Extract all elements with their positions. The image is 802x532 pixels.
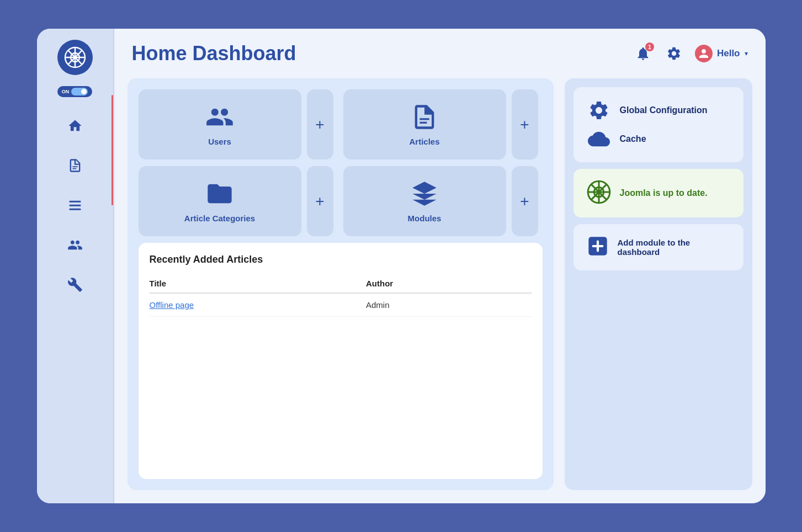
svg-rect-6 <box>72 166 77 167</box>
header: Home Dashboard 1 <box>114 29 766 74</box>
articles-quick-icon[interactable]: Articles <box>343 89 506 159</box>
page-title: Home Dashboard <box>132 42 296 65</box>
joomla-status-label: Joomla is up to date. <box>620 188 708 198</box>
svg-rect-11 <box>419 118 429 120</box>
add-modules-button[interactable]: + <box>512 166 538 236</box>
notification-button[interactable]: 1 <box>633 44 653 63</box>
header-actions: 1 Hello ▾ <box>633 44 748 63</box>
table-row: Offline page Admin <box>150 293 532 317</box>
add-module-card[interactable]: Add module to the dashboard <box>573 224 743 270</box>
sidebar-item-articles[interactable] <box>62 152 88 179</box>
notification-badge: 1 <box>645 42 654 51</box>
left-panel: Users + Articles <box>128 78 554 490</box>
toggle-container[interactable]: ON <box>57 86 93 97</box>
users-quick-icon[interactable]: Users <box>139 89 301 159</box>
user-avatar <box>695 45 713 62</box>
global-config-row[interactable]: Global Configuration <box>587 98 730 123</box>
sidebar-item-tools[interactable] <box>62 272 88 298</box>
sidebar: ON <box>37 29 114 503</box>
sidebar-item-menu[interactable] <box>62 192 88 219</box>
svg-rect-12 <box>419 122 427 124</box>
sidebar-nav <box>62 113 88 298</box>
articles-table: Title Author Offline page Admin <box>150 274 532 317</box>
global-config-label: Global Configuration <box>620 105 708 115</box>
add-module-label: Add module to the dashboard <box>618 238 730 257</box>
recently-added-title: Recently Added Articles <box>150 254 532 265</box>
sidebar-item-home[interactable] <box>62 113 88 139</box>
gear-config-icon <box>587 98 611 123</box>
article-categories-label: Article Categories <box>184 214 255 223</box>
modules-quick-icon[interactable]: Modules <box>343 166 506 236</box>
toggle-label: ON <box>62 89 70 94</box>
app-container: ON <box>37 29 766 503</box>
add-articles-button[interactable]: + <box>512 89 538 159</box>
article-title-link[interactable]: Offline page <box>150 300 194 310</box>
article-categories-quick-icon[interactable]: Article Categories <box>139 166 301 236</box>
recently-added-section: Recently Added Articles Title Author <box>139 243 543 479</box>
svg-rect-8 <box>69 201 81 203</box>
col-author: Author <box>355 274 532 293</box>
users-label: Users <box>208 137 231 146</box>
main-content: Home Dashboard 1 <box>114 29 766 503</box>
articles-label: Articles <box>409 137 439 146</box>
add-article-categories-button[interactable]: + <box>307 166 333 236</box>
svg-rect-10 <box>69 209 81 210</box>
add-module-icon <box>587 235 609 259</box>
article-title-cell: Offline page <box>150 293 355 317</box>
joomla-logo-icon <box>587 180 611 206</box>
add-users-button[interactable]: + <box>307 89 333 159</box>
chevron-down-icon: ▾ <box>745 50 748 57</box>
logo-button[interactable] <box>57 40 93 75</box>
content-area: Users + Articles <box>114 74 766 503</box>
config-cache-card: Global Configuration Cache <box>573 87 743 162</box>
joomla-status-card: Joomla is up to date. <box>573 169 743 217</box>
sidebar-item-users[interactable] <box>62 232 88 258</box>
toggle-switch[interactable] <box>71 88 88 95</box>
svg-rect-7 <box>72 168 76 169</box>
cloud-cache-icon <box>587 127 611 151</box>
cache-row[interactable]: Cache <box>587 127 730 151</box>
article-author-cell: Admin <box>355 293 532 317</box>
cache-label: Cache <box>620 134 646 144</box>
right-panel: Global Configuration Cache <box>565 78 752 490</box>
svg-rect-9 <box>69 205 81 206</box>
user-menu-button[interactable]: Hello ▾ <box>695 45 748 62</box>
col-title: Title <box>150 274 355 293</box>
modules-label: Modules <box>408 214 442 223</box>
user-name-label: Hello <box>717 48 740 59</box>
outer-frame: ON <box>26 18 777 514</box>
sidebar-divider <box>111 95 113 205</box>
settings-button[interactable] <box>664 44 684 63</box>
